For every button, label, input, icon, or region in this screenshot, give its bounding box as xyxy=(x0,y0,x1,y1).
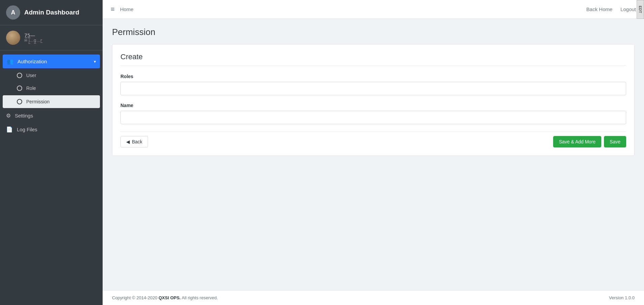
sidebar: A Admin Dashboard 7̲5̲— ✉ j̲…g̲…r̲ 👥 Aut… xyxy=(0,0,103,305)
sidebar-brand: A Admin Dashboard xyxy=(0,0,103,25)
sidebar-item-label: Authorization xyxy=(17,59,47,64)
save-button[interactable]: Save xyxy=(604,136,626,147)
back-circle-icon: ◀ xyxy=(126,139,130,144)
footer: Copyright © 2014-2020 QXSI OPS. All righ… xyxy=(103,290,644,305)
sidebar-item-authorization[interactable]: 👥 Authorization ▾ xyxy=(3,55,100,68)
form-actions: ◀ Back Save & Add More Save xyxy=(120,132,626,147)
brand-title: Admin Dashboard xyxy=(24,9,79,16)
avatar xyxy=(6,31,20,45)
circle-icon xyxy=(17,86,22,91)
email-icon: ✉ xyxy=(24,38,27,43)
sidebar-item-label: Settings xyxy=(15,113,33,118)
logout-link[interactable]: Logout xyxy=(620,6,636,12)
circle-icon xyxy=(17,73,22,78)
name-input[interactable] xyxy=(120,111,626,124)
sidebar-item-label: Log Files xyxy=(17,127,37,132)
sidebar-item-log-files[interactable]: 📄 Log Files xyxy=(0,123,103,136)
roles-input[interactable] xyxy=(120,82,626,95)
name-form-group: Name xyxy=(120,103,626,124)
user-info: 7̲5̲— ✉ j̲…g̲…r̲ xyxy=(24,33,42,43)
edt-badge[interactable]: EDT xyxy=(637,0,644,19)
sidebar-item-label: User xyxy=(26,73,36,78)
back-button[interactable]: ◀ Back xyxy=(120,136,148,147)
topnav: ≡ Home Back Home Logout EDT xyxy=(103,0,644,19)
avatar-image xyxy=(6,31,20,45)
sidebar-item-label: Permission xyxy=(26,99,49,104)
sidebar-item-label: Role xyxy=(26,86,36,91)
back-home-link[interactable]: Back Home xyxy=(586,6,613,12)
topnav-home-link[interactable]: Home xyxy=(120,6,134,12)
user-name: 7̲5̲— xyxy=(24,33,42,38)
sidebar-item-permission[interactable]: Permission xyxy=(3,95,100,108)
sidebar-item-user[interactable]: User xyxy=(0,69,103,82)
footer-version: Version 1.0.0 xyxy=(609,295,635,300)
name-label: Name xyxy=(120,103,626,108)
roles-label: Roles xyxy=(120,74,626,79)
create-card: Create Roles Name ◀ Back Save & Add More xyxy=(112,44,635,156)
gear-icon: ⚙ xyxy=(6,112,11,119)
page-content: Permission Create Roles Name ◀ Back xyxy=(103,19,644,290)
users-icon: 👥 xyxy=(7,58,13,65)
save-buttons: Save & Add More Save xyxy=(553,136,626,147)
page-title: Permission xyxy=(112,27,635,37)
circle-icon xyxy=(17,99,22,104)
topnav-right: Back Home Logout xyxy=(586,6,636,12)
main-content: ≡ Home Back Home Logout EDT Permission C… xyxy=(103,0,644,305)
chevron-down-icon: ▾ xyxy=(94,59,96,64)
card-title: Create xyxy=(120,53,626,66)
sidebar-item-settings[interactable]: ⚙ Settings xyxy=(0,109,103,123)
file-icon: 📄 xyxy=(6,126,13,133)
footer-copyright: Copyright © 2014-2020 QXSI OPS. All righ… xyxy=(112,295,218,300)
sidebar-nav: 👥 Authorization ▾ User Role Permission xyxy=(0,50,103,305)
sidebar-item-role[interactable]: Role xyxy=(0,82,103,95)
roles-form-group: Roles xyxy=(120,74,626,95)
brand-logo: A xyxy=(6,5,20,20)
hamburger-icon[interactable]: ≡ xyxy=(111,5,115,13)
sidebar-user: 7̲5̲— ✉ j̲…g̲…r̲ xyxy=(0,25,103,50)
save-add-more-button[interactable]: Save & Add More xyxy=(553,136,601,147)
user-email: ✉ j̲…g̲…r̲ xyxy=(24,38,42,43)
